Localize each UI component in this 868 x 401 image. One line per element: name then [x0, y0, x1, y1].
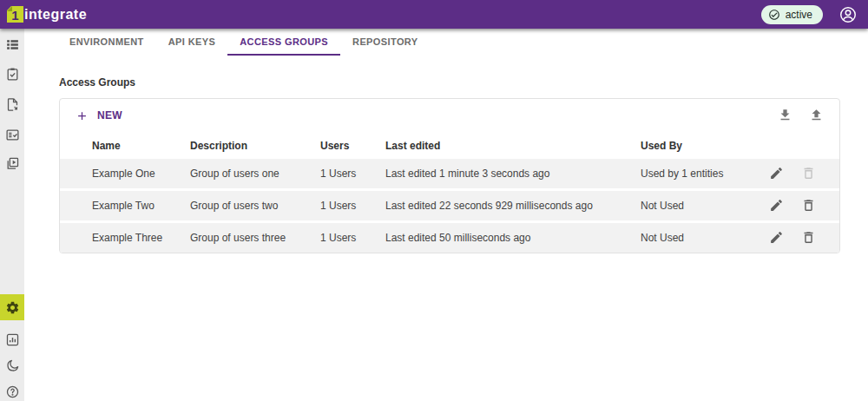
file-icon[interactable] [0, 92, 24, 116]
row-actions [756, 166, 839, 181]
account-circle-icon[interactable] [838, 5, 858, 24]
status-badge-label: active [786, 9, 812, 21]
row-name: Example One [92, 168, 190, 180]
table-row: Example One Group of users one 1 Users L… [60, 159, 839, 188]
row-users: 1 Users [320, 200, 385, 212]
tab-bar: ENVIRONMENT API KEYS ACCESS GROUPS REPOS… [57, 29, 868, 56]
media-stack-icon[interactable] [0, 151, 24, 175]
app-window: 1 integrate active [0, 0, 868, 401]
app-logo: 1 integrate [7, 6, 87, 23]
delete-icon[interactable] [800, 198, 816, 214]
edit-icon[interactable] [768, 166, 784, 181]
row-used-by: Not Used [641, 200, 756, 212]
logo-mark-icon: 1 [7, 6, 23, 23]
table-row: Example Three Group of users three 1 Use… [60, 223, 839, 253]
analytics-icon[interactable] [0, 327, 24, 352]
row-actions [756, 198, 839, 214]
row-used-by: Used by 1 entities [641, 168, 756, 180]
delete-icon[interactable] [800, 230, 816, 246]
row-description: Group of users two [190, 200, 320, 212]
col-used-by: Used By [641, 140, 756, 152]
tab-api-keys[interactable]: API KEYS [156, 29, 228, 56]
settings-icon[interactable] [0, 294, 24, 320]
col-last-edited: Last edited [385, 140, 641, 152]
edit-icon[interactable] [768, 198, 784, 214]
tab-environment[interactable]: ENVIRONMENT [57, 29, 156, 56]
toolbar-icons [777, 108, 824, 123]
row-description: Group of users three [190, 232, 320, 244]
download-icon[interactable] [777, 108, 792, 123]
col-description: Description [190, 140, 320, 152]
status-badge: active [761, 5, 823, 24]
dark-mode-icon[interactable] [0, 353, 24, 378]
help-icon[interactable] [0, 379, 24, 401]
row-name: Example Two [92, 200, 190, 212]
sidebar [0, 29, 24, 401]
fact-check-icon[interactable] [0, 122, 24, 147]
tab-repository[interactable]: REPOSITORY [340, 29, 431, 56]
row-users: 1 Users [320, 168, 385, 180]
delete-icon [800, 166, 816, 181]
table-row: Example Two Group of users two 1 Users L… [60, 191, 839, 220]
list-icon[interactable] [0, 32, 24, 56]
main-content: ENVIRONMENT API KEYS ACCESS GROUPS REPOS… [24, 29, 868, 401]
row-used-by: Not Used [641, 232, 756, 244]
row-description: Group of users one [190, 168, 320, 180]
col-name: Name [92, 140, 190, 152]
row-last-edited: Last edited 1 minute 3 seconds ago [385, 168, 641, 180]
edit-icon[interactable] [768, 230, 784, 246]
clipboard-check-icon[interactable] [0, 62, 24, 86]
access-groups-card: NEW Name Descrip [59, 98, 840, 253]
row-last-edited: Last edited 22 seconds 929 milliseconds … [385, 200, 641, 212]
plus-icon [76, 109, 89, 122]
card-toolbar: NEW [60, 99, 839, 132]
upload-icon[interactable] [808, 108, 824, 123]
row-users: 1 Users [320, 232, 385, 244]
logo-fold [7, 6, 12, 11]
logo-text: integrate [24, 7, 87, 23]
tab-access-groups[interactable]: ACCESS GROUPS [227, 29, 340, 56]
new-button-label: NEW [97, 109, 122, 122]
new-button[interactable]: NEW [76, 109, 122, 122]
header-right: active [761, 5, 858, 24]
table-header: Name Description Users Last edited Used … [60, 132, 839, 159]
row-name: Example Three [92, 232, 190, 244]
app-header: 1 integrate active [0, 0, 868, 29]
row-last-edited: Last edited 50 milliseconds ago [385, 232, 641, 244]
page-title: Access Groups [59, 76, 868, 89]
col-users: Users [320, 140, 385, 152]
check-circle-icon [768, 9, 780, 21]
logo-one: 1 [11, 8, 18, 23]
row-actions [756, 230, 839, 246]
